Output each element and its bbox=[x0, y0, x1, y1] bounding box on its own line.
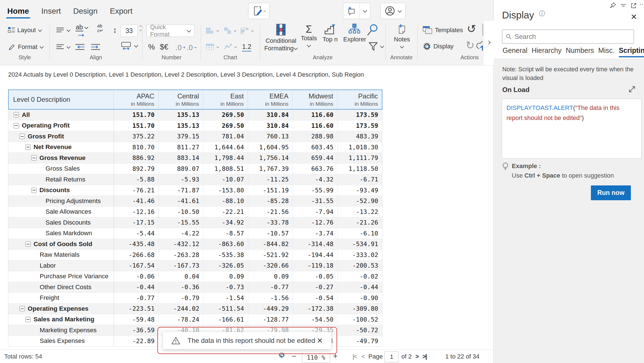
table-row[interactable]: Pricing Adjustments-41.46-41.61-88.10-85… bbox=[8, 195, 382, 206]
row-height-stepper[interactable] bbox=[139, 26, 142, 32]
column-header-apac[interactable]: APACin Millions bbox=[113, 90, 158, 109]
totals-button[interactable]: Σ Totals bbox=[299, 24, 319, 49]
wrap-text-button[interactable]: ab c↵ bbox=[97, 23, 103, 33]
table-row[interactable]: Gross Sales892.79889.071,808.511,767.396… bbox=[8, 163, 382, 174]
filter-button[interactable] bbox=[368, 41, 384, 51]
text-direction-button[interactable]: ab bbox=[75, 23, 88, 38]
collapse-toggle-icon[interactable] bbox=[20, 306, 25, 311]
popout-panel-button[interactable] bbox=[630, 2, 637, 10]
panel-tab-hierarchy[interactable]: Hierarchy bbox=[532, 46, 562, 57]
panel-tab-general[interactable]: General bbox=[503, 46, 527, 57]
page-number-input[interactable]: 1 bbox=[385, 351, 399, 362]
table-row[interactable]: Cost of Goods Sold-435.48-432.12-863.60-… bbox=[8, 239, 382, 249]
templates-button[interactable]: Templates bbox=[423, 25, 463, 36]
table-row[interactable]: Raw Materials-266.68-263.28-535.38-521.9… bbox=[8, 249, 382, 260]
table-style-button[interactable] bbox=[206, 41, 219, 53]
comment-dropdown-section[interactable] bbox=[360, 9, 370, 13]
vertical-align-button[interactable] bbox=[56, 25, 70, 36]
layout-button[interactable]: Layout bbox=[8, 25, 42, 36]
panel-search-input[interactable]: Search bbox=[502, 30, 634, 44]
search-data-button[interactable] bbox=[367, 23, 378, 37]
tab-insert[interactable]: Insert bbox=[41, 6, 61, 18]
comment-icon-section[interactable] bbox=[343, 3, 360, 19]
line-chart-button[interactable] bbox=[224, 41, 237, 53]
first-page-button[interactable]: |< bbox=[352, 353, 357, 360]
prev-page-button[interactable]: < bbox=[361, 353, 365, 360]
percent-button[interactable]: % bbox=[148, 41, 155, 53]
column-header-emea[interactable]: EMEAin Millions bbox=[248, 90, 292, 109]
conditional-formatting-icon bbox=[276, 23, 286, 36]
panel-tab-misc[interactable]: Misc. bbox=[598, 46, 614, 57]
collapse-toggle-icon[interactable] bbox=[25, 317, 31, 322]
next-page-button[interactable]: > bbox=[415, 353, 419, 360]
panel-collapse-tab[interactable] bbox=[483, 20, 494, 65]
waterfall-chart-button[interactable] bbox=[224, 25, 236, 36]
more-options-icon[interactable]: ⋯ bbox=[639, 1, 644, 8]
table-row[interactable]: Sales Discounts-17.15-15.55-34.92-33.78-… bbox=[8, 217, 382, 228]
explorer-button[interactable]: Explorer bbox=[343, 23, 366, 43]
account-button[interactable] bbox=[380, 3, 406, 19]
notes-button[interactable]: Notes bbox=[391, 23, 413, 50]
display-button[interactable]: ⚙ Display bbox=[423, 41, 454, 52]
table-row[interactable]: Labor-167.54-167.73-326.05-320.66-119.18… bbox=[8, 260, 382, 271]
run-now-button[interactable]: Run now bbox=[591, 185, 631, 200]
panel-close-button[interactable]: ✕ bbox=[631, 12, 637, 22]
edit-interactions-button[interactable] bbox=[248, 3, 269, 19]
table-row[interactable]: Net Revenue810.70811.271,644.641,604.956… bbox=[8, 142, 382, 153]
toast-close-icon[interactable]: ✕ bbox=[317, 336, 323, 345]
tab-export[interactable]: Export bbox=[110, 6, 132, 18]
decimal-format-button[interactable]: 1.2 bbox=[242, 41, 251, 53]
column-width-button[interactable] bbox=[120, 40, 138, 51]
expand-editor-button[interactable] bbox=[628, 85, 636, 94]
last-page-button[interactable]: >| bbox=[422, 353, 427, 360]
script-code-editor[interactable]: DISPLAYTOAST.ALERT("The data in this rep… bbox=[502, 99, 641, 159]
conditional-formatting-button[interactable]: ConditionalFormatting bbox=[264, 23, 298, 52]
currency-button[interactable]: $€ bbox=[160, 41, 168, 53]
row-height-input[interactable]: 33 bbox=[121, 25, 138, 37]
tab-design[interactable]: Design bbox=[73, 6, 98, 18]
collapse-toggle-icon[interactable] bbox=[25, 145, 31, 150]
indent-button[interactable] bbox=[91, 41, 101, 53]
undo-button[interactable]: ↺ bbox=[467, 22, 476, 35]
table-row[interactable]: Sale Allowances-12.16-10.50-22.21-21.56-… bbox=[8, 206, 382, 217]
table-row[interactable]: Gross Profit375.22379.15781.04760.13288.… bbox=[8, 131, 382, 142]
quick-format-dropdown[interactable]: Quick Format bbox=[146, 25, 195, 37]
column-header-pacific[interactable]: Pacificin Millions bbox=[337, 90, 382, 109]
row-header-cell[interactable]: Level 0 Description bbox=[9, 90, 113, 109]
table-row[interactable]: Other Direct Costs-0.44-0.36-0.73-0.77-0… bbox=[8, 282, 382, 293]
table-row[interactable]: Purchase Price Variance-0.060.040.090.09… bbox=[8, 271, 382, 282]
column-header-central[interactable]: Centralin Millions bbox=[158, 90, 203, 109]
table-row[interactable]: All151.70135.13269.50310.84116.60173.59 bbox=[8, 110, 382, 120]
collapse-toggle-icon[interactable] bbox=[25, 241, 31, 247]
bar-chart-button[interactable] bbox=[206, 25, 219, 36]
collapse-toggle-icon[interactable] bbox=[14, 112, 19, 117]
table-row[interactable]: Sales Markdown-5.44-4.22-8.57-10.57-3.74… bbox=[8, 228, 382, 239]
format-button[interactable]: Format bbox=[8, 41, 44, 53]
column-header-midwest[interactable]: Midwestin Millions bbox=[292, 90, 337, 109]
add-decimal-button[interactable]: .0+ bbox=[176, 42, 186, 53]
table-row[interactable]: Operating Profit151.70135.13269.50310.84… bbox=[8, 120, 382, 131]
format-list-button[interactable] bbox=[620, 2, 627, 10]
table-row[interactable]: Discounts-76.21-71.87-153.80-151.19-55.9… bbox=[8, 185, 382, 196]
horizontal-align-button[interactable] bbox=[56, 41, 70, 53]
pin-panel-button[interactable] bbox=[609, 2, 617, 10]
remove-decimal-button[interactable]: .0− bbox=[187, 42, 197, 53]
outdent-button[interactable] bbox=[75, 41, 85, 53]
table-row[interactable]: Operating Expenses-223.51-244.02-511.54-… bbox=[8, 303, 382, 314]
table-row[interactable]: Sales and Marketing-59.48-78.24-166.61-1… bbox=[8, 314, 382, 325]
panel-tab-scripting[interactable]: Scripting bbox=[619, 46, 644, 57]
column-header-east[interactable]: Eastin Millions bbox=[203, 90, 248, 109]
table-row[interactable]: Gross Revenue886.92883.141,798.441,756.1… bbox=[8, 152, 382, 163]
table-row[interactable]: Retail Returns-5.88-5.93-10.07-11.25-4.3… bbox=[8, 174, 382, 185]
collapse-toggle-icon[interactable] bbox=[20, 134, 25, 139]
collapse-toggle-icon[interactable] bbox=[31, 188, 37, 193]
collapse-toggle-icon[interactable] bbox=[31, 155, 37, 161]
panel-tab-numbers[interactable]: Numbers bbox=[566, 46, 594, 57]
add-comment-button[interactable] bbox=[343, 3, 370, 19]
top-n-button[interactable]: Top n bbox=[321, 24, 339, 43]
redo-button[interactable]: ↻ bbox=[466, 39, 475, 51]
combo-chart-button[interactable] bbox=[240, 25, 254, 36]
collapse-toggle-icon[interactable] bbox=[14, 123, 19, 128]
tab-home[interactable]: Home bbox=[7, 6, 29, 18]
table-row[interactable]: Freight-0.77-0.79-1.54-1.56-0.54-0.90 bbox=[8, 293, 382, 303]
